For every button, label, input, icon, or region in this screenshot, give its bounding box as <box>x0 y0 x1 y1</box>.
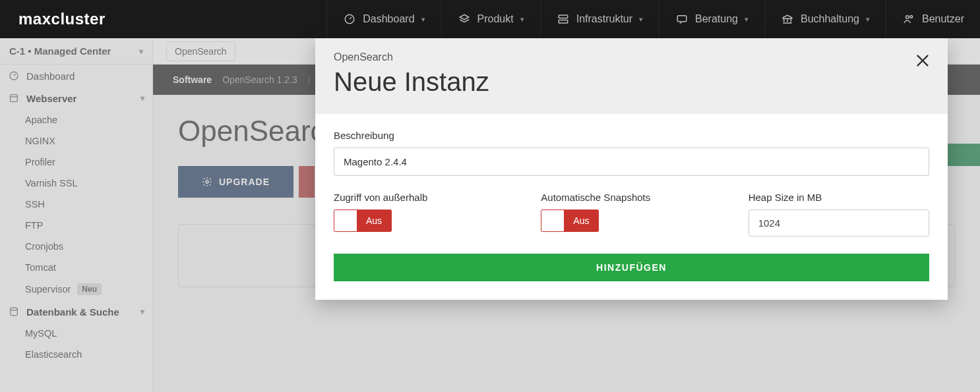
sidebar-item-label: SSH <box>25 199 45 210</box>
toggle-knob <box>541 210 564 231</box>
modal-header: OpenSearch Neue Instanz <box>315 38 948 114</box>
sidebar-item-label: Cronjobs <box>25 241 63 252</box>
modal-body: Beschreibung Zugriff von außerhalb Aus A… <box>315 114 948 247</box>
svg-rect-2 <box>559 20 568 24</box>
svg-rect-1 <box>559 15 568 18</box>
web-icon <box>8 92 20 104</box>
sidebar-item-apache[interactable]: Apache <box>0 109 152 130</box>
snapshot-toggle[interactable]: Aus <box>541 210 599 232</box>
chevron-down-icon: ▾ <box>520 15 524 24</box>
sidebar: C-1 • Managed Center ▾ Dashboard Webserv… <box>0 38 153 392</box>
svg-rect-7 <box>11 95 18 102</box>
heap-label: Heap Size in MB <box>749 192 929 203</box>
sidebar-item-elasticsearch[interactable]: Elasticsearch <box>0 344 152 365</box>
heap-input[interactable] <box>749 210 929 237</box>
nav-infrastruktur[interactable]: Infrastruktur ▾ <box>540 0 659 38</box>
nav-benutzer[interactable]: Benutzer <box>886 0 980 38</box>
add-button[interactable]: HINZUFÜGEN <box>334 254 929 281</box>
description-input[interactable] <box>334 148 929 176</box>
nav-beratung[interactable]: Beratung ▾ <box>659 0 764 38</box>
toggle-state-label: Aus <box>357 210 391 231</box>
action-button[interactable] <box>299 166 315 198</box>
access-label: Zugriff von außerhalb <box>334 192 514 203</box>
sidebar-item-profiler[interactable]: Profiler <box>0 152 152 173</box>
description-label: Beschreibung <box>334 130 929 141</box>
nav-label: Beratung <box>695 13 738 25</box>
modal-footer: HINZUFÜGEN <box>315 247 948 300</box>
close-button[interactable] <box>913 51 933 71</box>
breadcrumb-item[interactable]: OpenSearch <box>166 42 235 61</box>
upgrade-label: UPGRADE <box>219 177 270 187</box>
svg-point-4 <box>905 16 909 19</box>
sidebar-item-label: MySQL <box>25 328 57 339</box>
nav-label: Infrastruktur <box>576 13 632 25</box>
sidebar-item-label: Supervisor <box>25 284 71 294</box>
sidebar-item-label: Tomcat <box>25 262 56 273</box>
chevron-down-icon: ▾ <box>140 94 144 103</box>
nav-produkt[interactable]: Produkt ▾ <box>441 0 540 38</box>
sidebar-item-label: Profiler <box>25 157 55 167</box>
sidebar-category-webserver[interactable]: Webserver ▾ <box>0 87 152 109</box>
svg-rect-3 <box>677 16 687 22</box>
chevron-down-icon: ▾ <box>866 15 870 24</box>
sidebar-item-label: Varnish SSL <box>25 178 78 188</box>
chevron-down-icon: ▾ <box>639 15 643 24</box>
sidebar-category-db[interactable]: Datenbank & Suche ▾ <box>0 300 152 323</box>
divider: | <box>308 74 311 85</box>
sidebar-header[interactable]: C-1 • Managed Center ▾ <box>0 38 152 65</box>
access-toggle[interactable]: Aus <box>334 210 392 232</box>
sidebar-item-dashboard[interactable]: Dashboard <box>0 65 152 87</box>
brand-logo: maxcluster <box>0 10 124 28</box>
modal-new-instance: OpenSearch Neue Instanz Beschreibung Zug… <box>315 38 948 300</box>
sidebar-item-mysql[interactable]: MySQL <box>0 323 152 344</box>
nav-label: Dashboard <box>363 13 414 25</box>
subbar-software-label: Software <box>173 74 212 85</box>
bank-icon <box>781 13 794 26</box>
stack-icon <box>458 13 471 26</box>
modal-title: Neue Instanz <box>334 67 929 97</box>
chevron-down-icon: ▾ <box>140 307 144 316</box>
topnav-items: Dashboard ▾ Produkt ▾ Infrastruktur ▾ Be… <box>326 0 980 38</box>
sidebar-header-label: C-1 • Managed Center <box>9 45 111 57</box>
database-icon <box>8 306 20 318</box>
svg-point-8 <box>11 308 18 310</box>
nav-label: Benutzer <box>922 13 964 25</box>
nav-label: Produkt <box>477 13 514 25</box>
sidebar-item-label: Elasticsearch <box>25 349 82 360</box>
sidebar-item-ssh[interactable]: SSH <box>0 194 152 215</box>
new-badge: Neu <box>77 283 102 295</box>
sidebar-item-label: Datenbank & Suche <box>26 306 119 318</box>
subbar-version-label: OpenSearch 1.2.3 <box>222 74 297 85</box>
gauge-icon <box>343 13 356 26</box>
gauge-icon <box>8 70 20 82</box>
sidebar-item-tomcat[interactable]: Tomcat <box>0 257 152 278</box>
toggle-state-label: Aus <box>564 210 598 231</box>
sidebar-item-label: Apache <box>25 115 57 125</box>
sidebar-item-label: Webserver <box>26 93 77 104</box>
nav-dashboard[interactable]: Dashboard ▾ <box>326 0 441 38</box>
svg-point-9 <box>206 181 208 183</box>
snapshot-label: Automatische Snapshots <box>541 192 721 203</box>
nav-label: Buchhaltung <box>801 13 859 25</box>
svg-point-5 <box>910 15 913 18</box>
top-nav: maxcluster Dashboard ▾ Produkt ▾ Infrast… <box>0 0 980 38</box>
chevron-down-icon: ▾ <box>745 15 749 24</box>
chat-icon <box>675 13 689 26</box>
nav-buchhaltung[interactable]: Buchhaltung ▾ <box>764 0 886 38</box>
users-icon <box>902 13 915 26</box>
sidebar-item-ftp[interactable]: FTP <box>0 215 152 236</box>
modal-tag: OpenSearch <box>334 51 929 63</box>
sidebar-item-nginx[interactable]: NGINX <box>0 130 152 152</box>
sidebar-item-cronjobs[interactable]: Cronjobs <box>0 236 152 257</box>
toggle-knob <box>334 210 357 231</box>
server-icon <box>557 13 570 26</box>
sidebar-item-supervisor[interactable]: Supervisor Neu <box>0 278 152 300</box>
sidebar-item-varnish[interactable]: Varnish SSL <box>0 173 152 194</box>
sidebar-item-label: NGINX <box>25 136 55 146</box>
chevron-down-icon: ▾ <box>421 15 425 24</box>
sidebar-item-label: FTP <box>25 220 43 231</box>
sidebar-item-label: Dashboard <box>26 70 75 82</box>
gear-icon <box>202 177 212 187</box>
upgrade-button[interactable]: UPGRADE <box>178 166 293 198</box>
chevron-down-icon: ▾ <box>139 47 143 56</box>
